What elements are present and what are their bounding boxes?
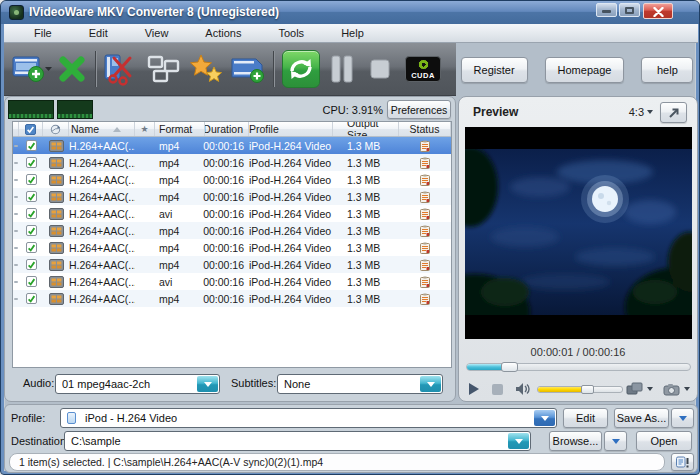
row-rating[interactable] [135, 137, 155, 154]
destination-dropdown-button[interactable] [508, 433, 529, 449]
open-folder-button[interactable]: Open [636, 431, 692, 451]
row-checkbox[interactable] [19, 205, 43, 222]
close-button[interactable] [643, 3, 673, 19]
register-button[interactable]: Register [461, 57, 528, 83]
chevron-down-icon[interactable] [684, 387, 690, 391]
row-rating[interactable] [135, 239, 155, 256]
row-rating[interactable] [135, 205, 155, 222]
save-as-dropdown-button[interactable] [671, 408, 694, 428]
convert-button[interactable] [282, 50, 320, 88]
menu-item-edit[interactable]: Edit [89, 27, 108, 39]
table-row[interactable]: H.264+AAC(... mp4 00:00:16 iPod-H.264 Vi… [13, 188, 451, 205]
table-row[interactable]: H.264+AAC(... mp4 00:00:16 iPod-H.264 Vi… [13, 154, 451, 171]
column-header-profile[interactable]: Profile [249, 122, 333, 136]
row-type [43, 171, 69, 188]
preferences-button[interactable]: Preferences [387, 100, 451, 119]
column-header-rating[interactable]: ★ [135, 122, 155, 136]
row-rating[interactable] [135, 256, 155, 273]
volume-handle[interactable] [581, 385, 594, 394]
seek-bar[interactable] [466, 363, 691, 371]
film-frames-icon[interactable] [626, 382, 643, 396]
stop-playback-button[interactable] [492, 384, 503, 395]
fullscreen-button[interactable] [660, 102, 687, 123]
merge-button[interactable] [227, 48, 269, 90]
aspect-ratio-select[interactable]: 4:3 [629, 106, 653, 118]
stop-convert-button[interactable] [361, 48, 399, 90]
column-header-format[interactable]: Format [155, 122, 205, 136]
homepage-button[interactable]: Homepage [545, 57, 625, 83]
row-checkbox[interactable] [19, 256, 43, 273]
row-rating[interactable] [135, 171, 155, 188]
edit-profile-button[interactable]: Edit [563, 408, 608, 428]
table-row[interactable]: H.264+AAC(... avi 00:00:16 iPod-H.264 Vi… [13, 273, 451, 290]
cuda-button[interactable]: CUDA [405, 56, 441, 82]
row-checkbox[interactable] [19, 154, 43, 171]
video-preview[interactable] [465, 127, 692, 339]
table-row[interactable]: H.264+AAC(... mp4 00:00:16 iPod-H.264 Vi… [13, 239, 451, 256]
row-checkbox[interactable] [19, 188, 43, 205]
row-rating[interactable] [135, 188, 155, 205]
row-rating[interactable] [135, 222, 155, 239]
subtitles-dropdown-button[interactable] [420, 376, 441, 392]
menu-item-actions[interactable]: Actions [205, 27, 241, 39]
profile-select[interactable]: iPod - H.264 Video [60, 408, 557, 428]
crop-button[interactable] [143, 48, 185, 90]
type-column-header[interactable] [43, 122, 69, 136]
menu-item-view[interactable]: View [145, 27, 169, 39]
row-output-size: 1.3 MB [333, 239, 399, 256]
row-checkbox[interactable] [19, 273, 43, 290]
pause-button[interactable] [323, 48, 361, 90]
log-panel-button[interactable] [671, 453, 694, 471]
volume-slider[interactable] [537, 386, 623, 393]
profile-dropdown-button[interactable] [534, 410, 555, 426]
row-checkbox[interactable] [19, 239, 43, 256]
row-checkbox[interactable] [19, 222, 43, 239]
minimize-button[interactable] [596, 3, 617, 17]
row-name: H.264+AAC(... [69, 171, 135, 188]
menu-item-file[interactable]: File [34, 27, 52, 39]
row-format: mp4 [155, 256, 205, 273]
speaker-icon[interactable] [515, 382, 531, 396]
column-header-output-size[interactable]: Output Size [333, 122, 399, 136]
table-row[interactable]: H.264+AAC(... mp4 00:00:16 iPod-H.264 Vi… [13, 256, 451, 273]
save-as-button[interactable]: Save As... [614, 408, 669, 428]
table-row[interactable]: H.264+AAC(... mp4 00:00:16 iPod-H.264 Vi… [13, 137, 451, 154]
audio-dropdown-button[interactable] [197, 376, 218, 392]
table-row[interactable]: H.264+AAC(... mp4 00:00:16 iPod-H.264 Vi… [13, 171, 451, 188]
column-header-status[interactable]: Status [399, 122, 451, 136]
trim-button[interactable] [101, 48, 143, 90]
chevron-down-icon[interactable] [647, 387, 653, 391]
table-row[interactable]: H.264+AAC(... avi 00:00:16 iPod-H.264 Vi… [13, 205, 451, 222]
destination-select[interactable]: C:\sample [64, 431, 531, 451]
row-checkbox[interactable] [19, 290, 43, 307]
browse-dropdown-button[interactable] [604, 431, 627, 451]
column-header-duration[interactable]: Duration [205, 122, 249, 136]
maximize-button[interactable] [619, 3, 640, 17]
help-button[interactable]: help [641, 57, 693, 83]
column-header-name[interactable]: Name [69, 122, 135, 136]
chevron-down-icon [679, 416, 687, 421]
camera-icon[interactable] [663, 383, 680, 396]
row-duration: 00:00:16 [205, 171, 249, 188]
row-rating[interactable] [135, 154, 155, 171]
add-files-button[interactable] [11, 48, 53, 90]
subtitles-select[interactable]: None [277, 374, 443, 394]
menu-item-tools[interactable]: Tools [278, 27, 304, 39]
row-rating[interactable] [135, 273, 155, 290]
remove-file-button[interactable] [53, 48, 91, 90]
row-checkbox[interactable] [19, 171, 43, 188]
seek-handle[interactable] [501, 362, 518, 372]
table-row[interactable]: H.264+AAC(... mp4 00:00:16 iPod-H.264 Vi… [13, 222, 451, 239]
add-file-icon [12, 53, 52, 85]
audio-track-select[interactable]: 01 mpeg4aac-2ch [55, 374, 220, 394]
row-checkbox[interactable] [19, 137, 43, 154]
menu-item-help[interactable]: Help [341, 27, 364, 39]
row-name: H.264+AAC(... [69, 290, 135, 307]
title-bar: IVideoWare MKV Converter 8 (Unregistered… [1, 1, 700, 24]
effects-button[interactable] [185, 48, 227, 90]
table-row[interactable]: H.264+AAC(... mp4 00:00:16 iPod-H.264 Vi… [13, 290, 451, 307]
browse-button[interactable]: Browse... [549, 431, 602, 451]
row-rating[interactable] [135, 290, 155, 307]
select-all-checkbox[interactable] [19, 122, 43, 136]
play-button[interactable] [469, 383, 479, 395]
